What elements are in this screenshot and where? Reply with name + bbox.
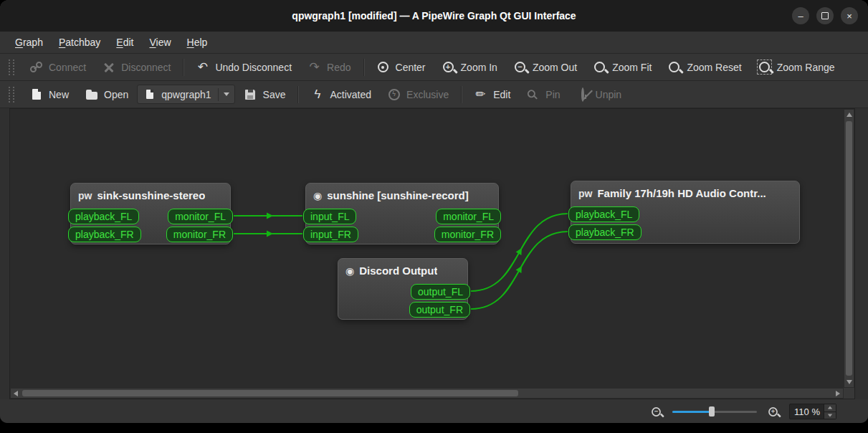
scroll-up-button[interactable] — [844, 110, 854, 120]
menu-graph[interactable]: Graph — [7, 32, 51, 53]
edit-label: Edit — [493, 89, 510, 100]
zoom-in-small-icon[interactable]: + — [768, 407, 778, 417]
zoom-range-button[interactable]: Zoom Range — [750, 57, 842, 77]
menu-patchbay-label: Patchbay — [59, 37, 100, 48]
menu-view-label: View — [149, 37, 171, 48]
node-sunshine[interactable]: ◉sunshine [sunshine-record]input_FLinput… — [305, 183, 499, 244]
pin-icon — [526, 88, 538, 100]
scroll-down-button[interactable] — [844, 377, 854, 387]
node-title: sink-sunshine-stereo — [97, 189, 205, 201]
disconnect-label: Disconnect — [121, 62, 171, 73]
scrollbar-corner — [844, 388, 854, 399]
undo-disconnect-button[interactable]: ↶ Undo Disconnect — [189, 57, 299, 77]
port-monitor_FL[interactable]: monitor_FL — [436, 209, 501, 224]
zoom-value: 110 % — [790, 404, 824, 419]
unpin-button[interactable]: Unpin — [569, 84, 629, 105]
new-button[interactable]: New — [22, 84, 76, 105]
undo-icon: ↶ — [196, 60, 209, 74]
port-output_FL[interactable]: output_FL — [411, 284, 470, 300]
menu-help-label: Help — [187, 37, 208, 48]
horizontal-scrollbar-thumb[interactable] — [22, 390, 518, 396]
toolbar-drag-handle[interactable] — [9, 87, 14, 103]
port-output_FR[interactable]: output_FR — [409, 302, 470, 318]
minimize-icon: – — [798, 11, 803, 21]
menu-view[interactable]: View — [141, 32, 178, 53]
center-icon — [378, 62, 388, 72]
port-input_FR[interactable]: input_FR — [303, 227, 358, 242]
menubar: Graph Patchbay Edit View Help — [0, 32, 868, 54]
open-button[interactable]: Open — [77, 84, 135, 105]
menu-edit[interactable]: Edit — [108, 32, 141, 53]
port-monitor_FL[interactable]: monitor_FL — [168, 209, 233, 224]
port-playback_FR[interactable]: playback_FR — [568, 224, 642, 240]
activated-button[interactable]: ϟ Activated — [303, 84, 378, 105]
graph-canvas[interactable]: pwsink-sunshine-stereoplayback_FLplaybac… — [10, 109, 844, 388]
horizontal-scrollbar[interactable] — [10, 388, 844, 399]
zoom-in-label: Zoom In — [461, 62, 497, 73]
vertical-scrollbar[interactable] — [844, 109, 854, 388]
toolbar-drag-handle[interactable] — [9, 60, 14, 75]
spin-up-button[interactable] — [824, 404, 836, 412]
new-label: New — [49, 89, 69, 100]
exclusive-button[interactable]: ϟ Exclusive — [380, 84, 456, 105]
maximize-button[interactable] — [816, 7, 834, 24]
scroll-left-button[interactable] — [11, 389, 21, 398]
patchbay-toolbar: New Open qpwgraph1 Save ϟ Activated ϟ Ex… — [0, 81, 868, 108]
port-playback_FL[interactable]: playback_FL — [568, 206, 639, 222]
port-playback_FR[interactable]: playback_FR — [68, 227, 141, 242]
pipewire-icon: pw — [578, 189, 592, 199]
main-area: pwsink-sunshine-stereoplayback_FLplaybac… — [0, 108, 868, 399]
open-label: Open — [104, 89, 128, 100]
menu-patchbay[interactable]: Patchbay — [51, 32, 108, 53]
spin-down-button[interactable] — [824, 412, 836, 419]
redo-button[interactable]: ↷ Redo — [300, 57, 358, 77]
save-icon — [245, 90, 255, 100]
port-playback_FL[interactable]: playback_FL — [68, 209, 139, 224]
center-button[interactable]: Center — [369, 57, 433, 77]
node-title: Discord Output — [359, 265, 437, 277]
zoom-in-button[interactable]: + Zoom In — [434, 57, 505, 77]
scroll-right-button[interactable] — [833, 389, 843, 398]
zoom-fit-button[interactable]: Zoom Fit — [586, 57, 659, 77]
zoom-in-icon: + — [443, 62, 454, 72]
zoom-slider-handle[interactable] — [709, 406, 715, 417]
titlebar[interactable]: qpwgraph1 [modified] — A PipeWire Graph … — [0, 0, 868, 32]
port-input_FL[interactable]: input_FL — [303, 209, 356, 224]
zoom-out-button[interactable]: − Zoom Out — [506, 57, 584, 77]
zoom-spinbox[interactable]: 110 % — [789, 404, 836, 419]
disconnect-button[interactable]: Disconnect — [95, 57, 178, 77]
zoom-slider[interactable] — [672, 406, 757, 417]
node-sink[interactable]: pwsink-sunshine-stereoplayback_FLplaybac… — [70, 183, 231, 244]
zoom-reset-button[interactable]: Zoom Reset — [660, 57, 748, 77]
menu-edit-label: Edit — [116, 37, 133, 48]
zoom-fit-label: Zoom Fit — [612, 62, 652, 73]
menu-help[interactable]: Help — [179, 32, 216, 53]
redo-label: Redo — [327, 62, 350, 73]
disconnect-icon — [104, 62, 114, 72]
menu-graph-label: Graph — [15, 37, 43, 48]
node-discord[interactable]: ◉Discord Outputoutput_FLoutput_FR — [338, 258, 468, 320]
node-family[interactable]: pwFamily 17h/19h HD Audio Contr...playba… — [571, 181, 800, 244]
dropdown-arrow-icon — [218, 88, 229, 101]
patchbay-file-selector[interactable]: qpwgraph1 — [137, 85, 234, 104]
close-button[interactable]: × — [841, 7, 858, 24]
patchbay-file-icon — [146, 90, 153, 99]
audio-device-icon: ◉ — [345, 266, 354, 276]
pin-button[interactable]: Pin — [519, 84, 567, 105]
vertical-scrollbar-thumb[interactable] — [846, 121, 852, 376]
activated-label: Activated — [330, 89, 371, 100]
zoom-out-small-icon[interactable]: − — [652, 407, 661, 417]
pin-label: Pin — [545, 89, 560, 100]
undo-disconnect-label: Undo Disconnect — [215, 62, 292, 73]
connect-label: Connect — [49, 62, 86, 73]
edit-button[interactable]: ✏ Edit — [467, 84, 518, 105]
center-label: Center — [396, 62, 426, 73]
connect-icon — [30, 62, 42, 72]
connections-layer — [10, 109, 844, 388]
connect-button[interactable]: Connect — [22, 57, 93, 77]
port-monitor_FR[interactable]: monitor_FR — [434, 227, 501, 242]
save-button[interactable]: Save — [237, 84, 293, 105]
minimize-button[interactable]: – — [792, 7, 809, 24]
edge-direction-arrow — [267, 231, 273, 237]
port-monitor_FR[interactable]: monitor_FR — [166, 227, 233, 242]
